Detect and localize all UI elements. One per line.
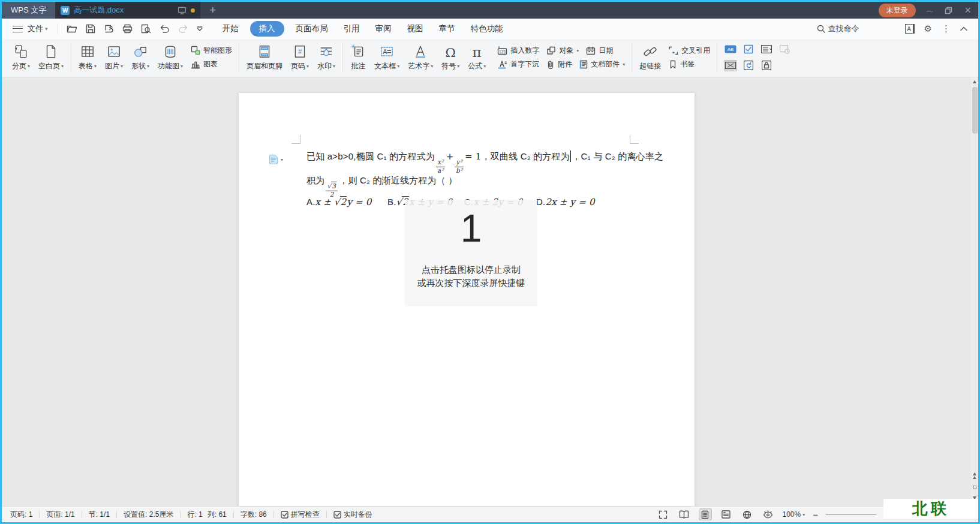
zoom-out-button[interactable]: − xyxy=(813,510,818,520)
word-art-button[interactable]: 艺术字▾ xyxy=(404,42,437,73)
lock-control-icon[interactable] xyxy=(760,60,773,71)
output-pdf-icon[interactable] xyxy=(104,24,114,34)
toolbar-more-caret[interactable] xyxy=(197,26,203,31)
insert-shapes-button[interactable]: 形状▾ xyxy=(127,42,154,73)
dropdown-caret: ▾ xyxy=(457,64,459,69)
save-icon[interactable] xyxy=(86,24,95,34)
document-tab[interactable]: W 高一试题.docx xyxy=(55,2,200,19)
outline-view-icon[interactable] xyxy=(720,508,733,520)
doc-part-button[interactable]: 文档部件▾ xyxy=(576,59,629,70)
file-menu[interactable]: 文件 xyxy=(28,23,43,34)
ab-field-icon[interactable]: AB xyxy=(724,44,737,55)
text-field-control-icon[interactable] xyxy=(724,60,737,71)
find-command-button[interactable]: 查找命令 xyxy=(817,23,859,34)
insert-picture-button[interactable]: 图片▾ xyxy=(101,42,127,73)
print-icon[interactable] xyxy=(122,24,133,34)
undo-icon[interactable] xyxy=(160,25,170,33)
screen-share-icon[interactable] xyxy=(178,7,187,14)
fraction-x2a2: x²a² xyxy=(436,159,445,174)
comment-icon: ✳ xyxy=(350,43,366,59)
checkbox-control-icon[interactable] xyxy=(742,44,755,55)
redo-icon[interactable] xyxy=(178,25,188,33)
tab-home[interactable]: 开始 xyxy=(215,21,246,37)
page-number-button[interactable]: # 页码▾ xyxy=(287,42,313,73)
wps-writer-window: WPS 文字 W 高一试题.docx + 未登录 ─ × 文件 ▾ xyxy=(0,0,980,524)
tab-page-layout[interactable]: 页面布局 xyxy=(288,21,336,37)
web-layout-icon[interactable] xyxy=(741,508,754,520)
gear-icon[interactable]: ⚙ xyxy=(924,23,932,34)
tab-section[interactable]: 章节 xyxy=(431,21,463,37)
select-browse-object-button[interactable] xyxy=(971,483,978,492)
previous-page-button[interactable] xyxy=(971,471,978,480)
more-options-icon[interactable]: ⋮ xyxy=(942,23,951,34)
new-tab-button[interactable]: + xyxy=(200,2,225,19)
combo-list-icon[interactable] xyxy=(760,44,773,55)
text-tool-icon[interactable]: A xyxy=(905,24,915,34)
hamburger-menu-icon[interactable] xyxy=(13,26,23,32)
status-page[interactable]: 页面: 1/1 xyxy=(44,510,77,520)
status-line[interactable]: 行: 1 xyxy=(185,510,205,520)
paste-options-button[interactable]: ▾ xyxy=(269,154,283,165)
attachment-button[interactable]: 附件 xyxy=(543,59,576,70)
page-break-button[interactable]: 分页▾ xyxy=(8,42,34,73)
symbol-omega-icon: Ω xyxy=(445,43,455,59)
tab-references[interactable]: 引用 xyxy=(336,21,368,37)
collapse-ribbon-icon[interactable] xyxy=(960,26,967,31)
comment-button[interactable]: ✳ 批注 xyxy=(346,42,370,73)
restore-button[interactable] xyxy=(945,7,952,14)
spell-check-button[interactable]: 拼写检查 xyxy=(278,510,322,520)
chart-button[interactable]: 图表 xyxy=(187,59,236,70)
tab-view[interactable]: 视图 xyxy=(399,21,431,37)
document-area[interactable]: ▾ 已知 a>b>0,椭圆 C₁ 的方程式为x²a²+y²b²= 1，双曲线 C… xyxy=(2,77,978,506)
object-button[interactable]: 对象▾ xyxy=(543,45,582,56)
print-preview-icon[interactable] xyxy=(141,24,151,34)
blank-page-button[interactable]: 空白页▾ xyxy=(34,42,68,73)
close-button[interactable]: × xyxy=(964,4,971,17)
document-page[interactable]: ▾ 已知 a>b>0,椭圆 C₁ 的方程式为x²a²+y²b²= 1，双曲线 C… xyxy=(239,93,695,506)
vertical-scrollbar[interactable] xyxy=(971,77,978,506)
ribbon-separator xyxy=(342,43,343,72)
tab-insert[interactable]: 插入 xyxy=(250,21,284,37)
status-setting-value[interactable]: 设置值: 2.5厘米 xyxy=(121,510,176,520)
formula-button[interactable]: π 公式▾ xyxy=(464,42,490,73)
function-diagram-icon xyxy=(163,43,178,59)
status-section[interactable]: 节: 1/1 xyxy=(86,510,112,520)
status-page-code[interactable]: 页码: 1 xyxy=(8,510,35,520)
tab-special-features[interactable]: 特色功能 xyxy=(463,21,511,37)
cross-reference-button[interactable]: „“ 交叉引用 xyxy=(665,45,714,56)
drop-cap-button[interactable]: 首字下沉 xyxy=(494,59,543,70)
watermark-button[interactable]: 水印▾ xyxy=(313,42,339,73)
tab-review[interactable]: 审阅 xyxy=(368,21,399,37)
hyperlink-button[interactable]: 超链接 xyxy=(635,42,665,73)
status-column[interactable]: 列: 61 xyxy=(205,510,229,520)
status-dot xyxy=(191,8,195,13)
reset-control-icon[interactable] xyxy=(742,60,755,71)
insert-table-button[interactable]: 表格▾ xyxy=(74,42,101,73)
open-file-icon[interactable] xyxy=(67,24,77,34)
fraction-y2b2: y²b² xyxy=(455,159,464,174)
file-menu-caret[interactable]: ▾ xyxy=(45,26,48,32)
wps-home-button[interactable]: WPS 文字 xyxy=(2,2,55,19)
eye-protect-icon[interactable] xyxy=(762,508,775,520)
scrollbar-thumb[interactable] xyxy=(972,87,978,134)
recording-countdown-overlay: 1 点击托盘图标以停止录制 或再次按下深度录屏快捷键 xyxy=(405,200,537,306)
symbol-button[interactable]: Ω 符号▾ xyxy=(437,42,464,73)
text-box-button[interactable]: A 文本框▾ xyxy=(370,42,404,73)
scroll-up-button[interactable] xyxy=(971,77,978,86)
function-diagram-button[interactable]: 功能图▾ xyxy=(154,42,187,73)
minimize-button[interactable]: ─ xyxy=(927,5,933,16)
zoom-slider[interactable] xyxy=(826,514,876,515)
page-view-icon[interactable] xyxy=(699,508,712,520)
bookmark-button[interactable]: 书签 xyxy=(665,59,714,70)
fullscreen-view-icon[interactable] xyxy=(657,508,670,520)
zoom-level-button[interactable]: 100% ▾ xyxy=(783,510,805,519)
live-backup-button[interactable]: 实时备份 xyxy=(331,510,375,520)
insert-number-button[interactable]: 123 插入数字 xyxy=(494,45,543,56)
login-button[interactable]: 未登录 xyxy=(879,4,916,17)
smart-graphic-button[interactable]: 智能图形 xyxy=(187,45,236,56)
dropdown-caret: ▾ xyxy=(802,512,805,517)
header-footer-button[interactable]: 页眉和页脚 xyxy=(242,42,287,73)
read-mode-icon[interactable] xyxy=(678,508,691,520)
status-word-count[interactable]: 字数: 86 xyxy=(238,510,269,520)
date-button[interactable]: 日期 xyxy=(582,45,617,56)
